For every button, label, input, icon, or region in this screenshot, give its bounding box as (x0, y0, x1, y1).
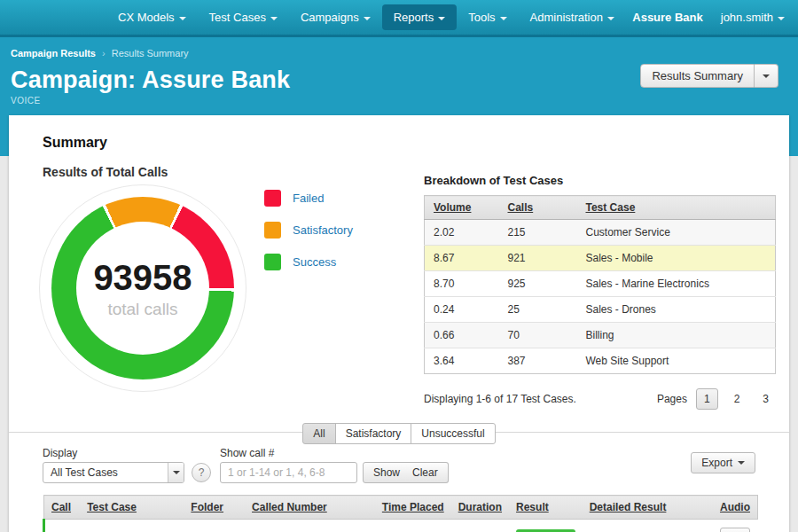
donut-ring: 93958 total calls (51, 197, 234, 379)
breakdown-section: Breakdown of Test Cases Volume Calls Tes… (424, 174, 776, 410)
summary-heading: Summary (9, 115, 789, 151)
call-number-link[interactable]: 1 (44, 520, 81, 532)
tab-unsuccessful[interactable]: Unsuccessful (411, 423, 495, 444)
table-row[interactable]: 8.70 925 Sales - Marine Electronics (425, 271, 776, 297)
chevron-down-icon (438, 17, 445, 20)
breadcrumb-separator: › (102, 48, 106, 59)
breadcrumb-campaign-results[interactable]: Campaign Results (11, 48, 96, 59)
clear-button[interactable]: Clear (403, 462, 449, 483)
total-calls-value: 93958 (93, 258, 192, 298)
nav-item-test-cases[interactable]: Test Cases (198, 4, 289, 30)
result-filter-tabs: All Satisfactory Unsuccessful (9, 423, 789, 444)
chevron-down-icon (179, 17, 186, 20)
breadcrumb-results-summary: Results Summary (112, 48, 189, 59)
nav-item-reports[interactable]: Reports (382, 4, 458, 30)
help-button[interactable]: ? (192, 463, 211, 482)
display-select[interactable]: All Test Cases (43, 462, 184, 483)
success-swatch-icon (264, 254, 281, 270)
summary-panel: Summary Results of Total Calls 93958 tot… (9, 115, 789, 532)
failed-swatch-icon (264, 190, 281, 207)
breadcrumb: Campaign Results › Results Summary (11, 48, 778, 59)
legend-item-success[interactable]: Success (264, 254, 353, 270)
column-header-result[interactable]: Result (509, 496, 583, 520)
results-summary-dropdown-button[interactable] (755, 64, 778, 88)
chevron-down-icon (607, 17, 614, 20)
results-summary-button[interactable]: Results Summary (640, 64, 755, 88)
chevron-down-icon (173, 471, 180, 474)
breakdown-table: Volume Calls Test Case 2.02 215 Customer… (424, 195, 776, 374)
column-header-audio[interactable]: Audio (713, 496, 758, 520)
chevron-down-icon (738, 461, 745, 465)
column-header-detailed-result[interactable]: Detailed Result (583, 496, 713, 520)
audio-play-button[interactable] (720, 528, 750, 532)
column-header-called-number[interactable]: Called Number (245, 496, 375, 520)
pages-label: Pages (657, 393, 687, 405)
column-header-folder[interactable]: Folder (184, 496, 245, 520)
nav-menu: CX Models Test Cases Campaigns Reports T… (106, 4, 626, 30)
column-header-duration[interactable]: Duration (451, 496, 509, 520)
table-row[interactable]: 3.64 387 Web Site Support (425, 348, 776, 374)
page-button-1[interactable]: 1 (696, 388, 718, 410)
top-navigation: CX Models Test Cases Campaigns Reports T… (0, 0, 798, 37)
legend-item-failed[interactable]: Failed (264, 190, 353, 207)
page-button-2[interactable]: 2 (727, 389, 747, 409)
chevron-down-icon (778, 17, 785, 20)
user-menu[interactable]: john.smith (721, 4, 785, 30)
table-row[interactable]: 0.66 70 Billing (425, 323, 776, 348)
show-call-input[interactable] (220, 462, 357, 483)
nav-item-cx-models[interactable]: CX Models (106, 4, 198, 30)
table-row-highlighted[interactable]: 8.67 921 Sales - Mobile (425, 246, 776, 271)
total-calls-donut-chart: 93958 total calls (39, 184, 246, 392)
chevron-down-icon (270, 17, 278, 20)
total-calls-label: total calls (107, 300, 177, 319)
tab-satisfactory[interactable]: Satisfactory (335, 423, 412, 444)
calls-table-section: Call Test Case Folder Called Number Time… (43, 495, 758, 532)
chevron-down-icon (500, 17, 507, 20)
table-row[interactable]: 0.24 25 Sales - Drones (425, 297, 776, 323)
table-row[interactable]: 2.02 215 Customer Service (425, 220, 776, 246)
nav-item-campaigns[interactable]: Campaigns (289, 4, 382, 30)
displaying-status-text: Displaying 1-6 of 17 Test Cases. (424, 393, 576, 405)
nav-item-tools[interactable]: Tools (457, 4, 518, 30)
chevron-down-icon (763, 74, 770, 78)
display-label: Display (43, 447, 77, 459)
column-header-volume[interactable]: Volume (425, 196, 499, 220)
account-name: Assure Bank (632, 11, 702, 24)
nav-item-administration[interactable]: Administration (519, 4, 626, 30)
breakdown-title: Breakdown of Test Cases (424, 174, 776, 187)
tab-all[interactable]: All (302, 423, 335, 444)
chart-legend: Failed Satisfactory Success (264, 190, 353, 270)
column-header-calls[interactable]: Calls (499, 196, 577, 220)
calls-table: Call Test Case Folder Called Number Time… (43, 495, 758, 532)
legend-item-satisfactory[interactable]: Satisfactory (264, 222, 353, 239)
select-dropdown-button[interactable] (168, 463, 184, 482)
column-header-time-placed[interactable]: Time Placed (375, 496, 451, 520)
chevron-down-icon (364, 17, 371, 20)
export-button[interactable]: Export (691, 452, 755, 473)
column-header-test-case[interactable]: Test Case (577, 196, 776, 220)
satisfactory-swatch-icon (264, 222, 281, 239)
page-button-3[interactable]: 3 (755, 389, 776, 409)
show-call-label: Show call # (220, 447, 274, 459)
campaign-type-label: VOICE (11, 96, 778, 106)
column-header-test-case[interactable]: Test Case (80, 496, 184, 520)
column-header-call[interactable]: Call (44, 496, 81, 520)
call-row[interactable]: 1 Web Site Support \1000-BC 16122222205 … (44, 520, 758, 532)
